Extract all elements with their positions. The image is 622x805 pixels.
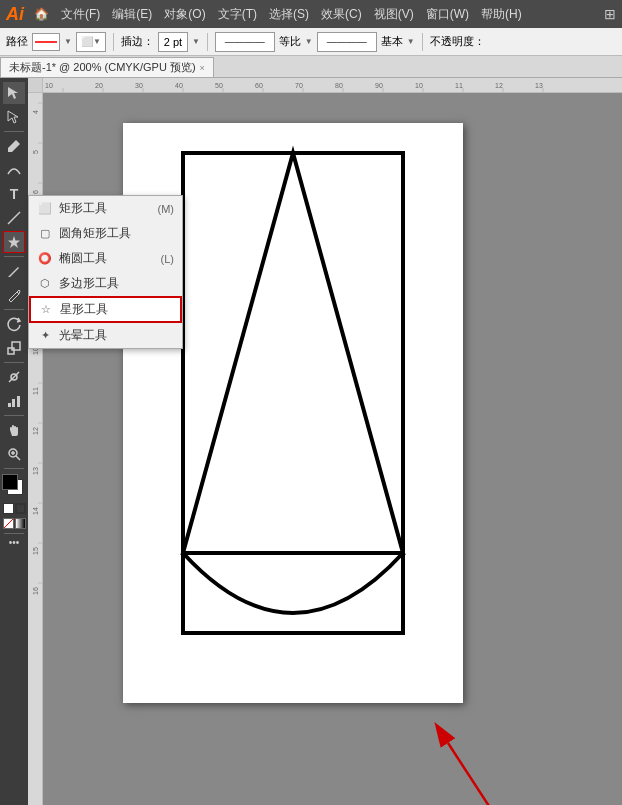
- rotate-tool[interactable]: [3, 313, 25, 335]
- tool-separator-3: [4, 309, 24, 310]
- round-rect-icon: ▢: [37, 226, 53, 242]
- title-bar: Ai 🏠 文件(F) 编辑(E) 对象(O) 文字(T) 选择(S) 效果(C)…: [0, 0, 622, 28]
- warp-tool[interactable]: [3, 366, 25, 388]
- none-color-icon[interactable]: [3, 518, 14, 529]
- tool-menu-ellipse-label: 椭圆工具: [59, 250, 107, 267]
- zoom-tool[interactable]: [3, 443, 25, 465]
- menu-file[interactable]: 文件(F): [55, 4, 106, 25]
- menu-effect[interactable]: 效果(C): [315, 4, 368, 25]
- grid-icon[interactable]: ⊞: [604, 6, 616, 22]
- stroke-unit-arrow[interactable]: ▼: [192, 37, 200, 46]
- line-tool[interactable]: [3, 207, 25, 229]
- tool-menu-rect-label: 矩形工具: [59, 200, 107, 217]
- svg-text:15: 15: [32, 547, 39, 555]
- menu-edit[interactable]: 编辑(E): [106, 4, 158, 25]
- svg-rect-2: [8, 348, 14, 354]
- tool-menu-flare-label: 光晕工具: [59, 327, 107, 344]
- stroke-color-preview[interactable]: [32, 33, 60, 51]
- menu-select[interactable]: 选择(S): [263, 4, 315, 25]
- tool-menu-flare[interactable]: ✦ 光晕工具: [29, 323, 182, 348]
- svg-text:20: 20: [95, 82, 103, 89]
- scale-tool[interactable]: [3, 337, 25, 359]
- color-swatch-area[interactable]: [2, 474, 26, 498]
- svg-text:50: 50: [215, 82, 223, 89]
- menu-window[interactable]: 窗口(W): [420, 4, 475, 25]
- svg-text:80: 80: [335, 82, 343, 89]
- tool-menu-round-rect-label: 圆角矩形工具: [59, 225, 131, 242]
- ruler-h-ticks: 10 20 30 40 50 60 70 80: [43, 78, 622, 92]
- more-tools[interactable]: •••: [9, 537, 20, 548]
- red-arrow-line: [448, 743, 513, 805]
- ruler-corner: [28, 78, 43, 93]
- horizontal-ruler: 10 20 30 40 50 60 70 80: [28, 78, 622, 93]
- tool-menu-polygon[interactable]: ⬡ 多边形工具: [29, 271, 182, 296]
- ratio-label: 等比: [279, 34, 301, 49]
- tab-title: 未标题-1* @ 200% (CMYK/GPU 预览): [9, 60, 196, 75]
- direct-selection-tool[interactable]: [3, 106, 25, 128]
- svg-rect-6: [12, 399, 15, 407]
- menu-help[interactable]: 帮助(H): [475, 4, 528, 25]
- tool-menu-polygon-label: 多边形工具: [59, 275, 119, 292]
- menu-text[interactable]: 文字(T): [212, 4, 263, 25]
- tab-close-button[interactable]: ×: [200, 63, 205, 73]
- tool-separator-4: [4, 362, 24, 363]
- toolbar-path-label: 路径: [6, 34, 28, 49]
- foreground-color-swatch[interactable]: [2, 474, 18, 490]
- chart-tool[interactable]: [3, 390, 25, 412]
- pencil-tool[interactable]: [3, 284, 25, 306]
- svg-text:10: 10: [415, 82, 423, 89]
- toolbar: 路径 ▼ ⬜▼ 插边： 2 pt ▼ ———— 等比 ▼ ———— 基本 ▼ 不…: [0, 28, 622, 56]
- stroke-fill-area: [3, 503, 26, 514]
- stroke-box[interactable]: [15, 503, 26, 514]
- ratio-arrow[interactable]: ▼: [305, 37, 313, 46]
- tab-bar: 未标题-1* @ 200% (CMYK/GPU 预览) ×: [0, 56, 622, 78]
- toolbar-dropdown-arrow[interactable]: ▼: [64, 37, 72, 46]
- document-tab[interactable]: 未标题-1* @ 200% (CMYK/GPU 预览) ×: [0, 57, 214, 77]
- text-tool[interactable]: T: [3, 183, 25, 205]
- hand-tool[interactable]: [3, 419, 25, 441]
- tool-menu-star-label: 星形工具: [60, 301, 108, 318]
- svg-text:5: 5: [32, 150, 39, 154]
- shape-selector[interactable]: ⬜▼: [76, 32, 106, 52]
- svg-marker-1: [8, 236, 20, 248]
- tool-menu-ellipse[interactable]: ⭕ 椭圆工具 (L): [29, 246, 182, 271]
- menu-object[interactable]: 对象(O): [158, 4, 211, 25]
- selection-tool[interactable]: [3, 82, 25, 104]
- curvature-tool[interactable]: [3, 159, 25, 181]
- svg-rect-7: [17, 396, 20, 407]
- tool-menu-round-rect[interactable]: ▢ 圆角矩形工具: [29, 221, 182, 246]
- tool-menu-star[interactable]: ☆ 星形工具: [29, 296, 182, 323]
- menu-view[interactable]: 视图(V): [368, 4, 420, 25]
- separator-2: [207, 33, 208, 51]
- tool-menu-rect[interactable]: ⬜ 矩形工具 (M): [29, 196, 182, 221]
- stroke-end-box[interactable]: ————: [317, 32, 377, 52]
- svg-rect-5: [8, 403, 11, 407]
- svg-text:60: 60: [255, 82, 263, 89]
- stroke-label: 插边：: [121, 34, 154, 49]
- svg-line-0: [8, 212, 20, 224]
- svg-text:14: 14: [32, 507, 39, 515]
- star-icon: ☆: [38, 302, 54, 318]
- paintbrush-tool[interactable]: [3, 260, 25, 282]
- svg-line-9: [16, 456, 20, 460]
- stroke-value-box[interactable]: 2 pt: [158, 32, 188, 52]
- svg-text:6: 6: [32, 190, 39, 194]
- svg-text:4: 4: [32, 110, 39, 114]
- tool-separator-5: [4, 415, 24, 416]
- tool-separator-1: [4, 131, 24, 132]
- opacity-label: 不透明度：: [430, 34, 485, 49]
- stroke-value: 2 pt: [164, 36, 182, 48]
- stroke-style-box[interactable]: ————: [215, 32, 275, 52]
- tool-menu-ellipse-shortcut: (L): [161, 253, 174, 265]
- polygon-icon: ⬡: [37, 276, 53, 292]
- gradient-icon[interactable]: [15, 518, 26, 529]
- tool-separator-2: [4, 256, 24, 257]
- svg-text:16: 16: [32, 587, 39, 595]
- fill-box[interactable]: [3, 503, 14, 514]
- main-area: T: [0, 78, 622, 805]
- svg-text:10: 10: [45, 82, 53, 89]
- base-arrow[interactable]: ▼: [407, 37, 415, 46]
- svg-text:13: 13: [535, 82, 543, 89]
- shape-tool[interactable]: [3, 231, 25, 253]
- pen-tool[interactable]: [3, 135, 25, 157]
